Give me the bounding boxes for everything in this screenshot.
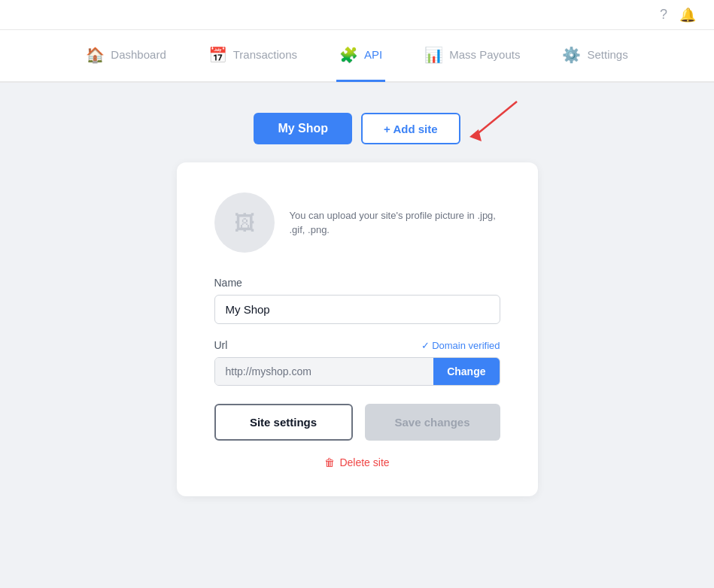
main-nav: 🏠 Dashboard 📅 Transactions 🧩 API 📊 Mass … (0, 30, 714, 83)
name-field-group: Name (214, 277, 500, 324)
site-card: 🖼 You can upload your site's profile pic… (177, 162, 538, 496)
avatar-upload-area[interactable]: 🖼 (214, 192, 275, 253)
name-label: Name (214, 277, 500, 289)
mass-payouts-icon: 📊 (424, 46, 443, 64)
settings-icon: ⚙️ (562, 46, 581, 64)
avatar-section: 🖼 You can upload your site's profile pic… (214, 192, 500, 253)
main-content: My Shop + Add site 🖼 You can upload your… (0, 83, 714, 571)
my-shop-tab[interactable]: My Shop (254, 113, 352, 144)
delete-site-link[interactable]: 🗑 Delete site (324, 456, 389, 468)
bell-icon[interactable]: 🔔 (679, 7, 696, 23)
nav-item-dashboard[interactable]: 🏠 Dashboard (83, 29, 169, 82)
site-settings-button[interactable]: Site settings (214, 404, 353, 441)
nav-item-mass-payouts[interactable]: 📊 Mass Payouts (421, 29, 523, 82)
delete-row: 🗑 Delete site (214, 456, 500, 469)
site-tabs: My Shop + Add site (254, 113, 460, 144)
transactions-icon: 📅 (208, 46, 227, 64)
nav-label-mass-payouts: Mass Payouts (449, 48, 520, 61)
name-input[interactable] (214, 295, 500, 324)
url-input-row: Change (214, 357, 500, 386)
add-site-button[interactable]: + Add site (361, 113, 460, 144)
action-row: Site settings Save changes (214, 404, 500, 441)
url-input[interactable] (215, 358, 434, 385)
svg-marker-1 (469, 129, 482, 141)
delete-site-label: Delete site (339, 456, 389, 468)
svg-line-0 (475, 102, 517, 135)
nav-item-transactions[interactable]: 📅 Transactions (205, 29, 300, 82)
url-field-group: Url ✓ Domain verified Change (214, 339, 500, 386)
url-header: Url ✓ Domain verified (214, 339, 500, 351)
api-icon: 🧩 (339, 46, 358, 64)
nav-label-api: API (364, 48, 382, 61)
dashboard-icon: 🏠 (86, 46, 105, 64)
domain-verified-badge: ✓ Domain verified (421, 340, 500, 351)
trash-icon: 🗑 (324, 456, 335, 468)
image-placeholder-icon: 🖼 (234, 211, 255, 235)
nav-item-settings[interactable]: ⚙️ Settings (559, 29, 630, 82)
nav-label-settings: Settings (587, 48, 627, 61)
arrow-annotation (453, 98, 528, 146)
top-bar: ? 🔔 (0, 0, 714, 30)
help-icon[interactable]: ? (660, 7, 667, 23)
nav-label-transactions: Transactions (233, 48, 297, 61)
save-changes-button[interactable]: Save changes (365, 404, 500, 441)
nav-label-dashboard: Dashboard (111, 48, 166, 61)
url-label: Url (214, 339, 228, 351)
avatar-hint-text: You can upload your site's profile pictu… (290, 208, 500, 238)
nav-item-api[interactable]: 🧩 API (336, 29, 385, 82)
change-url-button[interactable]: Change (433, 358, 499, 385)
